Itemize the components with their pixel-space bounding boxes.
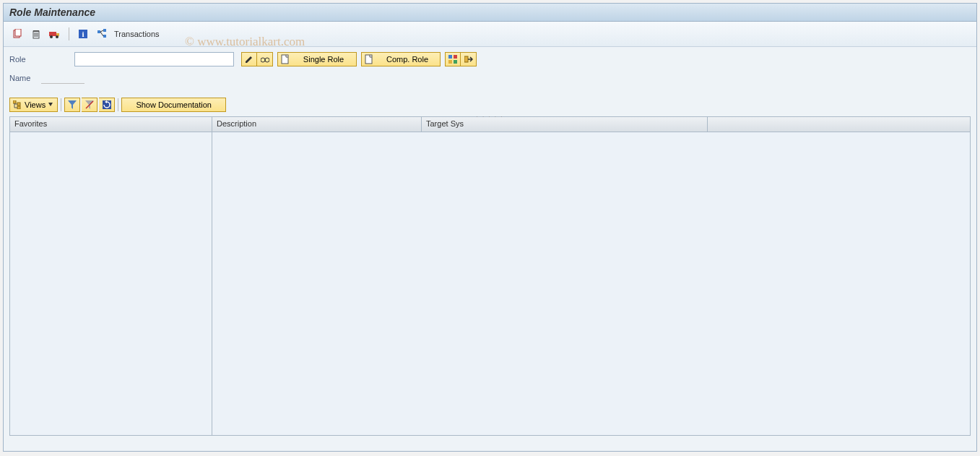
comp-role-label: Comp. Role [378, 55, 437, 64]
filter-off-icon [85, 100, 94, 109]
filter-delete-button[interactable] [82, 98, 97, 112]
separator [61, 98, 61, 111]
svg-rect-21 [282, 55, 288, 64]
column-target-sys[interactable]: Target Sys [422, 117, 708, 132]
svg-rect-24 [454, 55, 457, 59]
transactions-label[interactable]: Transactions [114, 30, 160, 38]
show-documentation-button[interactable]: Show Documentation [121, 98, 226, 112]
svg-rect-28 [13, 100, 16, 103]
svg-rect-14 [103, 29, 106, 32]
svg-rect-22 [365, 55, 372, 64]
name-value-underline [41, 73, 84, 84]
filter-button[interactable] [64, 98, 80, 112]
column-spacer [708, 117, 970, 132]
glasses-icon [261, 55, 269, 64]
arrow-right-icon [464, 55, 473, 64]
role-input[interactable] [74, 52, 234, 66]
svg-line-17 [100, 32, 103, 36]
delete-icon[interactable] [28, 26, 44, 42]
svg-point-18 [261, 58, 265, 62]
separator [118, 98, 118, 111]
comp-role-button[interactable]: Comp. Role [361, 52, 441, 66]
single-role-label: Single Role [294, 55, 353, 64]
tree-icon [13, 100, 22, 109]
page-title: Role Maintenance [4, 4, 976, 22]
svg-rect-26 [454, 60, 457, 64]
svg-rect-23 [448, 55, 452, 59]
transport-icon[interactable] [47, 26, 63, 42]
single-role-button[interactable]: Single Role [277, 52, 357, 66]
table-body [10, 132, 970, 436]
svg-point-19 [265, 58, 269, 62]
refresh-button[interactable] [99, 98, 115, 112]
name-label: Name [9, 74, 38, 82]
refresh-icon [103, 100, 111, 109]
filter-icon [68, 100, 77, 109]
document-icon [281, 54, 290, 64]
role-label: Role [9, 55, 74, 64]
views-button[interactable]: Views [9, 98, 58, 112]
document-icon [365, 54, 373, 64]
svg-rect-29 [17, 103, 20, 106]
table-header: Favorites Description Target Sys [10, 117, 970, 132]
svg-rect-30 [17, 106, 20, 109]
export-button[interactable] [461, 52, 477, 66]
form-area: Role Single Role Comp. Role [4, 47, 976, 93]
svg-rect-13 [97, 30, 100, 33]
info-icon[interactable]: i [75, 26, 91, 42]
table-body-rest [212, 132, 970, 436]
svg-point-10 [56, 35, 58, 38]
edit-button[interactable] [241, 52, 257, 66]
display-button[interactable] [257, 52, 273, 66]
views-label: Views [25, 100, 45, 109]
svg-rect-15 [103, 35, 106, 38]
column-favorites[interactable]: Favorites [10, 117, 212, 132]
main-toolbar: i Transactions [4, 22, 976, 47]
where-used-icon[interactable] [94, 26, 110, 42]
pencil-icon [245, 55, 253, 64]
svg-line-16 [100, 30, 103, 32]
app-frame: Role Maintenance i Transactions Role [3, 3, 977, 452]
svg-point-9 [50, 35, 53, 38]
grid-icon [448, 55, 457, 64]
svg-text:i: i [82, 30, 84, 38]
svg-rect-25 [448, 60, 452, 64]
show-doc-label: Show Documentation [136, 100, 212, 109]
svg-rect-27 [464, 56, 468, 62]
overview-button[interactable] [445, 52, 461, 66]
svg-rect-7 [49, 32, 56, 36]
column-description[interactable]: Description [212, 117, 422, 132]
table-area: Favorites Description Target Sys [9, 116, 971, 436]
separator [69, 27, 69, 40]
table-body-favorites [10, 132, 212, 436]
dropdown-arrow-icon [48, 103, 53, 107]
copy-icon[interactable] [9, 26, 25, 42]
svg-rect-1 [15, 29, 21, 36]
